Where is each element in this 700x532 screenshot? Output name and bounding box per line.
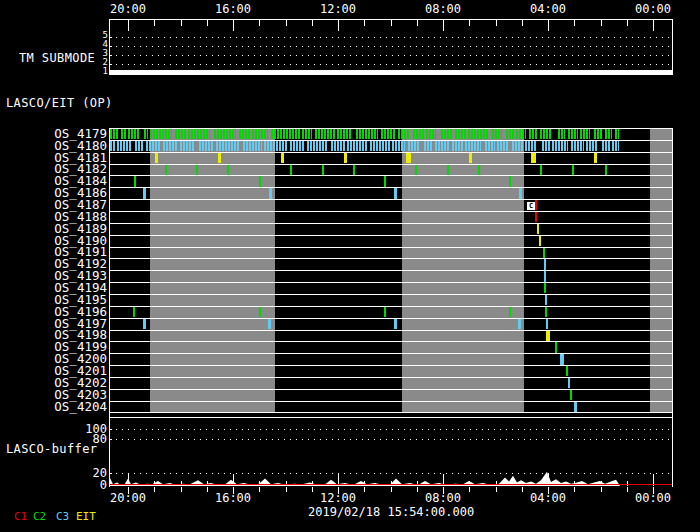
event-tick: [566, 366, 568, 376]
event-tick: [594, 153, 597, 163]
dense-image-ticks: [163, 141, 178, 151]
dense-image-ticks: [398, 129, 410, 139]
top-axis-tick: [312, 20, 313, 26]
event-tick: [545, 307, 547, 317]
top-axis-tick: [128, 20, 129, 31]
tm-dotted-gridline: [110, 64, 672, 65]
dense-image-ticks: [602, 141, 610, 151]
bottom-axis-tick: [207, 487, 208, 492]
tm-submode-panel-label: TM SUBMODE: [19, 51, 95, 65]
dense-image-ticks: [271, 129, 300, 139]
event-tick: [394, 188, 397, 198]
top-axis-tick: [443, 20, 444, 31]
row-separator: [110, 377, 672, 378]
row-separator: [110, 294, 672, 295]
event-tick: [281, 153, 284, 163]
dense-image-ticks: [612, 141, 619, 151]
event-tick: [384, 307, 386, 317]
event-tick: [546, 331, 550, 341]
buffer-red-threshold-line: [110, 484, 672, 486]
bottom-axis-tick: [496, 487, 497, 492]
dense-image-ticks: [580, 129, 590, 139]
top-axis-tick: [364, 20, 365, 26]
dense-image-ticks: [302, 129, 312, 139]
dense-image-ticks: [392, 141, 405, 151]
bottom-time-label: 08:00: [423, 491, 463, 505]
tm-dotted-gridline: [110, 37, 672, 38]
event-tick: [519, 188, 522, 198]
top-axis-tick: [181, 20, 182, 26]
bottom-axis-tick: [391, 487, 392, 492]
top-axis-tick: [469, 20, 470, 26]
os-row-label: OS_4204: [20, 400, 107, 414]
event-tick: [227, 165, 229, 175]
reference-datetime-label: 2019/02/18 15:54:00.000: [308, 505, 474, 519]
row-separator: [110, 341, 672, 342]
dense-image-ticks: [586, 141, 598, 151]
dense-image-ticks: [465, 141, 481, 151]
dense-image-ticks: [290, 141, 305, 151]
event-tick: [322, 165, 324, 175]
row-separator: [110, 164, 672, 165]
row-separator: [110, 282, 672, 283]
buffer-dotted-gridline: [110, 473, 672, 474]
top-axis-tick: [259, 20, 260, 26]
top-time-label: 08:00: [423, 2, 463, 16]
top-axis-tick: [653, 20, 654, 31]
dense-image-ticks: [558, 129, 565, 139]
dense-image-ticks: [216, 141, 240, 151]
row-separator: [110, 412, 672, 413]
dense-image-ticks: [146, 141, 160, 151]
event-tick: [415, 165, 417, 175]
buffer-scale-label: 0: [82, 479, 107, 491]
event-tick: [134, 176, 136, 186]
bottom-axis-tick: [627, 487, 628, 492]
top-time-label: 12:00: [318, 2, 358, 16]
dense-image-ticks: [525, 141, 537, 151]
event-tick: [259, 307, 261, 317]
legend-item-eit: EIT: [76, 510, 96, 523]
event-tick: [572, 165, 574, 175]
dense-image-ticks: [435, 141, 449, 151]
row-separator: [110, 258, 672, 259]
event-tick: [447, 165, 449, 175]
row-separator: [110, 270, 672, 271]
top-time-label: 20:00: [108, 2, 148, 16]
event-tick: [574, 402, 577, 412]
event-tick: [531, 153, 536, 163]
dense-image-ticks: [331, 141, 345, 151]
dense-image-ticks: [441, 129, 452, 139]
tm-scale-label: 1: [98, 66, 108, 76]
dense-image-ticks: [516, 129, 526, 139]
bottom-axis-tick: [574, 487, 575, 492]
buffer-top-border: [109, 417, 673, 418]
row-separator: [110, 389, 672, 390]
dense-image-ticks: [408, 141, 420, 151]
dense-image-ticks: [506, 129, 514, 139]
dense-image-ticks: [370, 141, 390, 151]
event-tick: [544, 271, 546, 281]
row-separator: [110, 306, 672, 307]
dense-image-ticks: [492, 129, 502, 139]
top-axis-tick: [496, 20, 497, 26]
event-tick: [605, 165, 607, 175]
row-separator: [110, 401, 672, 402]
row-separator: [110, 152, 672, 153]
event-tick: [478, 165, 480, 175]
top-axis-tick: [207, 20, 208, 26]
buffer-left-border: [109, 417, 110, 487]
dense-image-ticks: [307, 141, 327, 151]
event-tick: [546, 319, 548, 329]
row-separator: [110, 235, 672, 236]
event-tick: [133, 307, 135, 317]
dense-image-ticks: [381, 129, 396, 139]
dense-image-ticks: [468, 129, 489, 139]
dense-image-ticks: [594, 129, 603, 139]
event-tick: [259, 176, 261, 186]
top-time-label: 00:00: [633, 2, 673, 16]
dense-image-ticks: [615, 129, 619, 139]
dense-image-ticks: [426, 129, 436, 139]
dense-image-ticks: [512, 141, 523, 151]
top-axis-tick: [601, 20, 602, 26]
event-tick: [165, 165, 167, 175]
